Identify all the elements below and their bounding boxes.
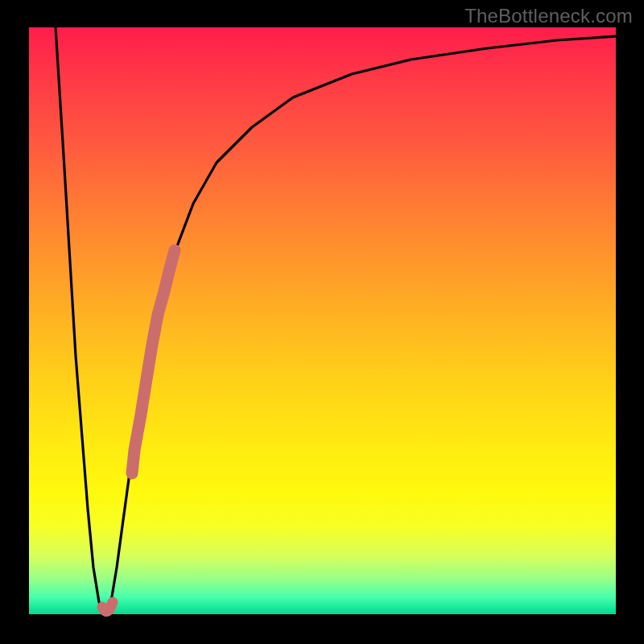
highlight-upper bbox=[132, 250, 175, 473]
bottleneck-curve bbox=[56, 27, 616, 614]
plot-area bbox=[29, 27, 616, 614]
watermark-text: TheBottleneck.com bbox=[464, 5, 633, 27]
chart-frame: TheBottleneck.com bbox=[0, 0, 644, 644]
highlight-hook bbox=[102, 602, 113, 611]
curve-svg bbox=[29, 27, 616, 614]
